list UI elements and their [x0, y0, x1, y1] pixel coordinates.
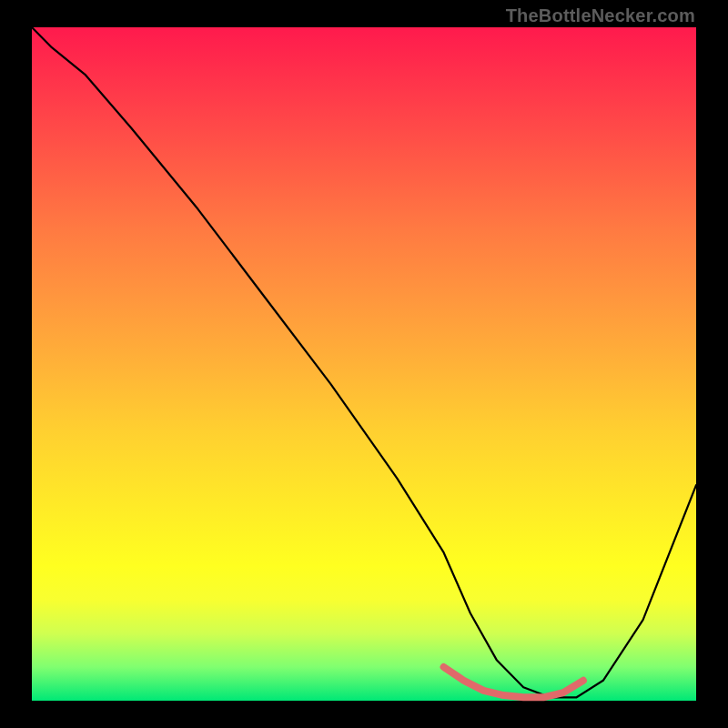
bottleneck-curve [32, 27, 696, 697]
chart-overlay [32, 27, 696, 701]
optimal-range-highlight [444, 667, 583, 697]
chart-frame: TheBottleNecker.com [0, 0, 728, 728]
watermark-text: TheBottleNecker.com [506, 5, 695, 26]
